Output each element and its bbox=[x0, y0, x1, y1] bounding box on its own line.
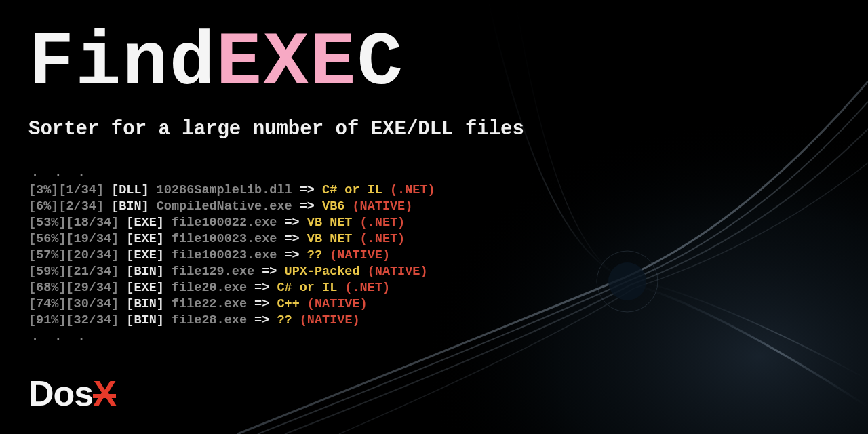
progress-counter: [6%][2/34] bbox=[28, 199, 104, 214]
language: C++ bbox=[277, 297, 299, 311]
arrow: => bbox=[262, 264, 277, 279]
app-subtitle: Sorter for a large number of EXE/DLL fil… bbox=[28, 118, 840, 140]
file-tag: [EXE] bbox=[126, 281, 164, 295]
language: UPX-Packed bbox=[285, 264, 360, 279]
language: ?? bbox=[277, 313, 292, 328]
title-part2: EXE bbox=[216, 20, 357, 106]
progress-counter: [56%][19/34] bbox=[28, 232, 119, 246]
language: VB6 bbox=[322, 199, 344, 214]
logo-part1: Dos bbox=[28, 374, 93, 413]
platform: (.NET) bbox=[390, 183, 435, 197]
filename: CompiledNative.exe bbox=[157, 199, 292, 214]
language: C# or IL bbox=[322, 183, 382, 197]
progress-counter: [68%][29/34] bbox=[28, 281, 119, 295]
arrow: => bbox=[300, 199, 315, 214]
progress-counter: [74%][30/34] bbox=[28, 297, 119, 311]
file-tag: [DLL] bbox=[111, 183, 149, 197]
progress-counter: [57%][20/34] bbox=[28, 248, 119, 262]
title-part1: Find bbox=[28, 20, 216, 106]
platform: (.NET) bbox=[344, 281, 390, 295]
language: C# or IL bbox=[277, 281, 337, 295]
platform: (NATIVE) bbox=[352, 199, 412, 214]
file-tag: [BIN] bbox=[126, 264, 164, 279]
arrow: => bbox=[285, 248, 300, 262]
arrow: => bbox=[300, 183, 315, 197]
language: VB NET bbox=[307, 232, 353, 246]
title-part3: C bbox=[357, 20, 403, 106]
file-tag: [BIN] bbox=[126, 297, 164, 311]
progress-counter: [91%][32/34] bbox=[28, 313, 119, 328]
arrow: => bbox=[254, 281, 269, 295]
filename: file22.exe bbox=[172, 297, 247, 311]
app-title: FindEXEC bbox=[28, 26, 840, 102]
filename: file100022.exe bbox=[172, 216, 277, 230]
progress-counter: [3%][1/34] bbox=[28, 183, 104, 197]
output-line: [57%][20/34] [EXE] file100023.exe => ?? … bbox=[28, 248, 840, 264]
output-line: [3%][1/34] [DLL] 10286SampleLib.dll => C… bbox=[28, 182, 840, 199]
platform: (NATIVE) bbox=[368, 264, 428, 279]
output-line: [6%][2/34] [BIN] CompiledNative.exe => V… bbox=[28, 199, 840, 215]
platform: (NATIVE) bbox=[307, 297, 368, 311]
progress-counter: [53%][18/34] bbox=[28, 216, 119, 230]
output-line: [53%][18/34] [EXE] file100022.exe => VB … bbox=[28, 215, 840, 231]
arrow: => bbox=[254, 297, 269, 311]
file-tag: [EXE] bbox=[126, 232, 164, 246]
language: VB NET bbox=[307, 216, 353, 230]
arrow: => bbox=[285, 232, 300, 246]
filename: file129.exe bbox=[172, 264, 254, 279]
platform: (.NET) bbox=[360, 216, 406, 230]
filename: file100023.exe bbox=[172, 248, 277, 262]
platform: (.NET) bbox=[360, 232, 406, 246]
terminal-output: . . . [3%][1/34] [DLL] 10286SampleLib.dl… bbox=[28, 165, 840, 346]
output-line: [74%][30/34] [BIN] file22.exe => C++ (NA… bbox=[28, 296, 840, 313]
file-tag: [EXE] bbox=[126, 248, 164, 262]
output-line: [56%][19/34] [EXE] file100023.exe => VB … bbox=[28, 231, 840, 248]
filename: file100023.exe bbox=[172, 232, 277, 246]
filename: 10286SampleLib.dll bbox=[157, 183, 292, 197]
file-tag: [BIN] bbox=[126, 313, 164, 328]
platform: (NATIVE) bbox=[300, 313, 360, 328]
brand-logo: DosX bbox=[28, 373, 116, 414]
output-line: [59%][21/34] [BIN] file129.exe => UPX-Pa… bbox=[28, 264, 840, 280]
output-line: [68%][29/34] [EXE] file20.exe => C# or I… bbox=[28, 280, 840, 296]
logo-part2: X bbox=[93, 374, 116, 413]
language: ?? bbox=[307, 248, 322, 262]
file-tag: [BIN] bbox=[111, 199, 149, 214]
filename: file28.exe bbox=[172, 313, 247, 328]
ellipsis-bottom: . . . bbox=[31, 329, 840, 345]
progress-counter: [59%][21/34] bbox=[28, 264, 119, 279]
output-line: [91%][32/34] [BIN] file28.exe => ?? (NAT… bbox=[28, 313, 840, 329]
ellipsis-top: . . . bbox=[31, 165, 840, 181]
arrow: => bbox=[285, 216, 300, 230]
filename: file20.exe bbox=[172, 281, 247, 295]
file-tag: [EXE] bbox=[126, 216, 164, 230]
arrow: => bbox=[254, 313, 269, 328]
platform: (NATIVE) bbox=[330, 248, 390, 262]
